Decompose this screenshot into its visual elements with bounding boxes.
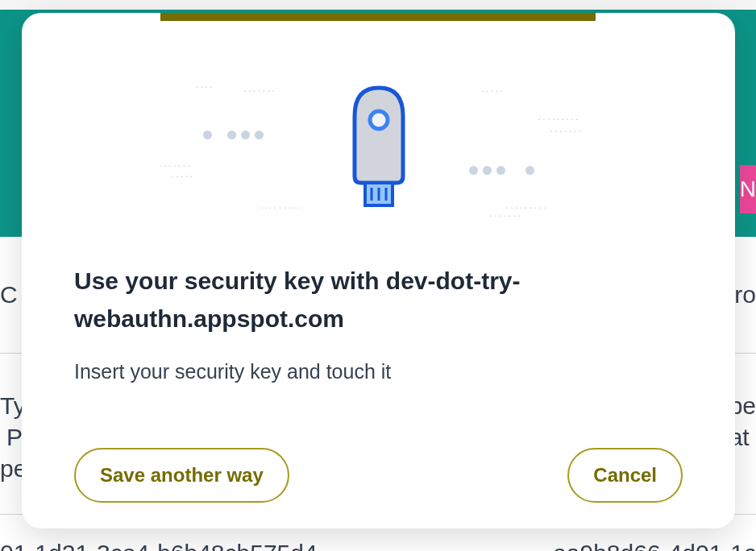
dots-decoration: ......... — [260, 198, 302, 211]
dots-decoration — [525, 166, 534, 175]
dots-decoration: .... — [195, 77, 214, 90]
dots-decoration: ..... — [171, 167, 194, 180]
dots-decoration: ......... — [505, 198, 548, 211]
illustration-area: .... ....... ..... ......... ....... ...… — [22, 61, 735, 238]
dots-decoration — [203, 130, 212, 139]
dialog-instruction: Insert your security key and touch it — [74, 360, 683, 383]
badge-letter: N — [740, 176, 756, 202]
pink-badge: N — [740, 165, 756, 213]
bg-row1-left: C — [0, 281, 18, 309]
security-key-dialog: .... ....... ..... ......... ....... ...… — [22, 13, 735, 528]
dots-decoration: ....... — [243, 81, 276, 94]
dialog-button-row: Save another way Cancel — [74, 448, 683, 503]
save-another-way-button[interactable]: Save another way — [74, 448, 289, 503]
dots-decoration — [227, 130, 264, 139]
dots-decoration — [469, 166, 505, 175]
dialog-content: Use your security key with dev-dot-try-w… — [74, 263, 683, 383]
cancel-button[interactable]: Cancel — [567, 448, 683, 503]
bg-row1-right: ro — [734, 281, 756, 309]
dots-decoration: ....... — [550, 122, 583, 135]
dots-decoration: ......... — [538, 110, 580, 122]
dots-decoration: ..... — [481, 81, 505, 94]
svg-point-0 — [370, 111, 388, 129]
bg-row3-left: 01-1d21-3ce4-b6b48cb575d4 — [0, 540, 318, 551]
security-key-icon — [339, 80, 419, 220]
dialog-title: Use your security key with dev-dot-try-w… — [74, 263, 683, 338]
dialog-top-accent — [160, 13, 596, 21]
bg-row3-right: ea9b8d66-4d01-1c — [553, 540, 756, 551]
